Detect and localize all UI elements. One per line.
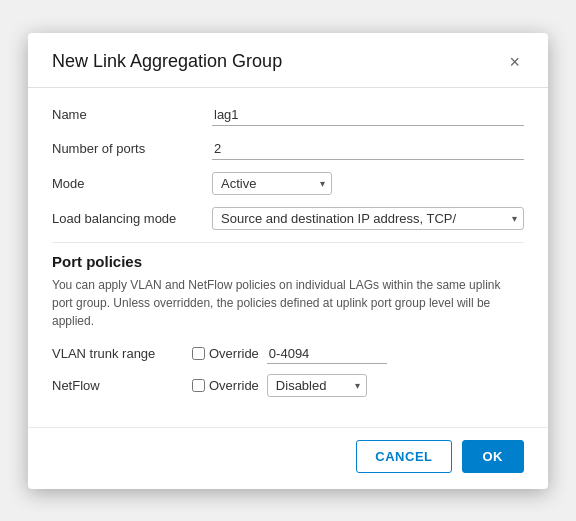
port-policies-desc: You can apply VLAN and NetFlow policies …	[52, 276, 524, 330]
ok-button[interactable]: OK	[462, 440, 525, 473]
name-input[interactable]	[212, 104, 524, 126]
netflow-select-wrapper[interactable]: Disabled ▾ Disabled Enabled	[267, 374, 367, 397]
name-row: Name	[52, 104, 524, 126]
dialog: New Link Aggregation Group × Name Number…	[28, 33, 548, 489]
mode-label: Mode	[52, 176, 212, 191]
vlan-override-label: Override	[209, 346, 259, 361]
vlan-label: VLAN trunk range	[52, 346, 192, 361]
lb-label: Load balancing mode	[52, 211, 212, 226]
ports-label: Number of ports	[52, 141, 212, 156]
dialog-footer: CANCEL OK	[28, 427, 548, 489]
vlan-override-wrapper: Override	[192, 346, 259, 361]
name-control	[212, 104, 524, 126]
vlan-controls: Override	[192, 344, 524, 364]
dialog-body: Name Number of ports Mode Active ▾ Activ…	[28, 88, 548, 419]
ports-input[interactable]	[212, 138, 524, 160]
ports-row: Number of ports	[52, 138, 524, 160]
ports-control	[212, 138, 524, 160]
divider	[52, 242, 524, 243]
close-button[interactable]: ×	[505, 51, 524, 73]
netflow-row: NetFlow Override Disabled ▾ Disabled Ena…	[52, 374, 524, 397]
netflow-override-wrapper: Override	[192, 378, 259, 393]
mode-row: Mode Active ▾ Active Passive Static	[52, 172, 524, 195]
netflow-label: NetFlow	[52, 378, 192, 393]
mode-control: Active ▾ Active Passive Static	[212, 172, 524, 195]
mode-select-wrapper[interactable]: Active ▾ Active Passive Static	[212, 172, 332, 195]
netflow-controls: Override Disabled ▾ Disabled Enabled	[192, 374, 524, 397]
lb-select-wrapper[interactable]: Source and destination IP address, TCP/ …	[212, 207, 524, 230]
dialog-header: New Link Aggregation Group ×	[28, 33, 548, 88]
name-label: Name	[52, 107, 212, 122]
vlan-row: VLAN trunk range Override	[52, 344, 524, 364]
dialog-title: New Link Aggregation Group	[52, 51, 282, 72]
lb-control: Source and destination IP address, TCP/ …	[212, 207, 524, 230]
lb-row: Load balancing mode Source and destinati…	[52, 207, 524, 230]
cancel-button[interactable]: CANCEL	[356, 440, 451, 473]
vlan-override-checkbox[interactable]	[192, 347, 205, 360]
vlan-range-input[interactable]	[267, 344, 387, 364]
netflow-override-checkbox[interactable]	[192, 379, 205, 392]
netflow-override-label: Override	[209, 378, 259, 393]
port-policies-title: Port policies	[52, 253, 524, 270]
